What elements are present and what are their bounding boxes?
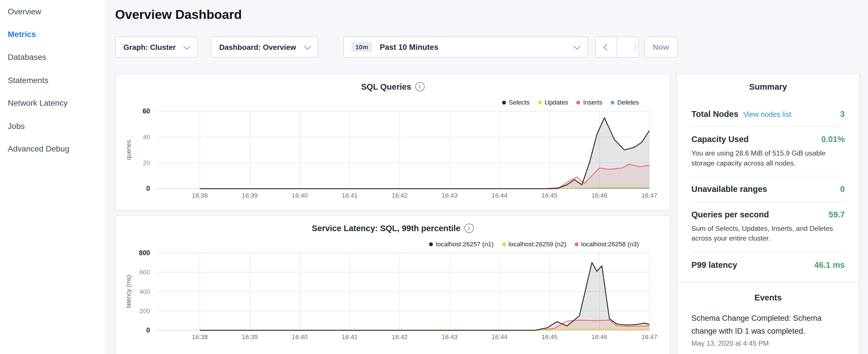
view-nodes-link[interactable]: View nodes list <box>743 110 791 118</box>
summary-row-capacity-used: Capacity Used 0.01% You are using 28.6 M… <box>691 127 845 176</box>
time-pager <box>595 36 639 57</box>
total-nodes-label: Total Nodes <box>691 109 739 119</box>
now-button[interactable]: Now <box>645 36 678 57</box>
summary-panel: Summary Total NodesView nodes list 3 Cap… <box>677 74 860 286</box>
summary-title: Summary <box>691 82 845 91</box>
service-latency-chart-panel: 16:3816:3916:4016:4116:4216:4316:4416:45… <box>115 215 671 354</box>
legend-swatch-icon <box>502 242 506 246</box>
chevron-down-icon <box>183 42 191 50</box>
prev-button[interactable] <box>595 36 617 57</box>
info-icon[interactable]: i <box>415 82 425 91</box>
legend-item[interactable]: Inserts <box>577 99 602 106</box>
legend-item[interactable]: Updates <box>538 99 568 106</box>
sidebar-item-network-latency[interactable]: Network Latency <box>0 92 106 115</box>
svg-text:16:44: 16:44 <box>492 333 507 341</box>
time-range-value: Past 10 Minutes <box>380 43 438 52</box>
svg-text:16:40: 16:40 <box>292 192 308 199</box>
next-button[interactable] <box>617 36 639 57</box>
unavailable-ranges-label: Unavailable ranges <box>691 185 767 194</box>
total-nodes-value: 3 <box>840 109 845 119</box>
event-timestamp: May 13, 2020 at 4:45 PM <box>691 340 845 348</box>
sidebar-item-advanced-debug[interactable]: Advanced Debug <box>0 137 106 160</box>
queries-per-second-label: Queries per second <box>691 210 769 219</box>
legend-label: Selects <box>509 99 530 106</box>
sidebar-item-metrics[interactable]: Metrics <box>0 23 106 46</box>
summary-row-queries-per-second: Queries per second 59.7 Sum of Selects, … <box>691 202 845 252</box>
legend-item[interactable]: localhost:26257 (n1) <box>429 240 494 247</box>
time-range-selector[interactable]: 10m Past 10 Minutes <box>343 36 588 57</box>
chart-title-text: Service Latency: SQL, 99th percentile <box>312 223 461 233</box>
info-icon[interactable]: i <box>464 223 474 233</box>
svg-text:16:41: 16:41 <box>342 192 358 199</box>
legend-swatch-icon <box>575 242 579 246</box>
capacity-used-label: Capacity Used <box>691 134 749 144</box>
legend-item[interactable]: localhost:26258 (n3) <box>575 240 639 247</box>
svg-text:queries: queries <box>125 140 132 160</box>
svg-text:16:43: 16:43 <box>442 333 458 341</box>
legend-item[interactable]: localhost:26259 (n2) <box>502 240 566 247</box>
svg-text:20: 20 <box>143 159 150 166</box>
chart-title-text: SQL Queries <box>361 82 411 91</box>
svg-text:0: 0 <box>147 326 150 334</box>
event-item[interactable]: Schema Change Completed: Schema change w… <box>691 312 845 348</box>
svg-text:16:45: 16:45 <box>541 192 558 199</box>
p99-latency-value: 46.1 ms <box>814 260 845 269</box>
svg-text:16:47: 16:47 <box>641 192 657 199</box>
main-content: Overview Dashboard Graph: Cluster Dashbo… <box>115 0 671 354</box>
svg-text:16:38: 16:38 <box>192 333 208 341</box>
legend-swatch-icon <box>429 242 433 246</box>
capacity-used-description: You are using 28.6 MiB of 515.9 GiB usab… <box>691 148 845 168</box>
legend-swatch-icon <box>538 100 542 104</box>
summary-row-unavailable-ranges: Unavailable ranges 0 <box>691 177 845 202</box>
svg-text:16:45: 16:45 <box>541 333 558 341</box>
svg-text:0: 0 <box>147 185 150 192</box>
queries-per-second-value: 59.7 <box>829 210 845 219</box>
legend-label: Inserts <box>583 99 602 106</box>
time-range-badge: 10m <box>351 42 372 52</box>
graph-dropdown-label: Graph: Cluster <box>124 43 176 51</box>
chart-legend: SelectsUpdatesInsertsDeletes <box>502 99 639 106</box>
summary-row-total-nodes: Total NodesView nodes list 3 <box>691 101 845 127</box>
graph-dropdown[interactable]: Graph: Cluster <box>115 36 198 57</box>
svg-text:16:42: 16:42 <box>392 192 408 199</box>
svg-text:16:40: 16:40 <box>292 333 308 341</box>
svg-text:16:46: 16:46 <box>591 333 608 341</box>
dashboard-dropdown[interactable]: Dashboard: Overview <box>211 36 318 57</box>
svg-text:60: 60 <box>143 107 150 115</box>
legend-item[interactable]: Selects <box>502 99 530 106</box>
chart-canvas: 16:3816:3916:4016:4116:4216:4316:4416:45… <box>116 74 671 212</box>
event-text: Schema Change Completed: Schema change w… <box>691 312 845 337</box>
events-panel: Events Schema Change Completed: Schema c… <box>677 282 860 354</box>
chart-canvas: 16:3816:3916:4016:4116:4216:4316:4416:45… <box>116 216 671 353</box>
queries-per-second-description: Sum of Selects, Updates, Inserts, and De… <box>691 224 845 244</box>
sidebar-item-jobs[interactable]: Jobs <box>0 115 106 137</box>
page-title: Overview Dashboard <box>115 7 242 22</box>
capacity-used-value: 0.01% <box>821 134 845 144</box>
toolbar: Graph: Cluster Dashboard: Overview 10m P… <box>115 36 678 57</box>
svg-text:800: 800 <box>139 249 150 257</box>
svg-text:16:46: 16:46 <box>591 192 608 199</box>
svg-text:200: 200 <box>139 307 150 315</box>
sidebar-item-overview[interactable]: Overview <box>0 0 106 23</box>
svg-text:600: 600 <box>139 269 150 276</box>
sidebar: Overview Metrics Databases Statements Ne… <box>0 0 107 354</box>
sidebar-item-statements[interactable]: Statements <box>0 69 106 92</box>
sidebar-item-databases[interactable]: Databases <box>0 46 106 69</box>
chevron-down-icon <box>304 42 311 50</box>
svg-text:400: 400 <box>139 288 150 295</box>
sql-queries-chart-panel: 16:3816:3916:4016:4116:4216:4316:4416:45… <box>115 74 671 211</box>
svg-text:16:38: 16:38 <box>192 192 208 199</box>
svg-text:40: 40 <box>143 133 150 141</box>
unavailable-ranges-value: 0 <box>840 185 845 194</box>
chevron-down-icon <box>574 42 581 50</box>
app-root: Overview Metrics Databases Statements Ne… <box>0 0 868 354</box>
legend-item[interactable]: Deletes <box>611 99 639 106</box>
svg-text:16:44: 16:44 <box>492 192 507 199</box>
chart-legend: localhost:26257 (n1)localhost:26259 (n2)… <box>429 240 639 247</box>
events-title: Events <box>691 293 845 302</box>
legend-label: Updates <box>545 99 568 106</box>
dashboard-dropdown-label: Dashboard: Overview <box>219 43 296 51</box>
chart-title: Service Latency: SQL, 99th percentile i <box>116 223 670 233</box>
legend-label: localhost:26257 (n1) <box>436 240 493 247</box>
chevron-right-icon <box>631 43 638 51</box>
